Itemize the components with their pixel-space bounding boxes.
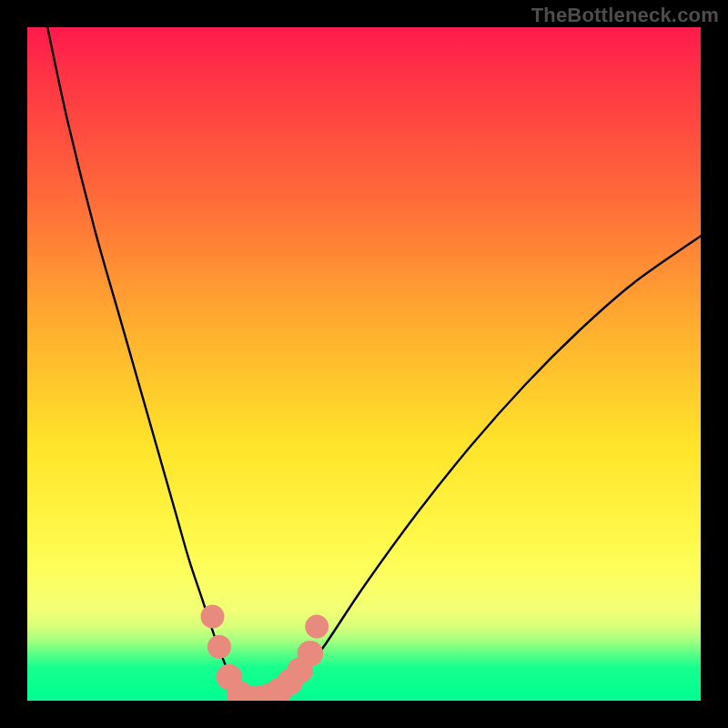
trough-marker [305,615,329,639]
attribution-text: TheBottleneck.com [531,4,719,27]
trough-marker [201,605,225,629]
bottleneck-curve [47,27,701,701]
outer-frame: TheBottleneck.com [0,0,728,728]
curve-layer [27,27,701,701]
trough-marker [297,641,323,667]
plot-area [27,27,701,701]
trough-markers [201,605,329,701]
trough-marker [207,635,231,659]
